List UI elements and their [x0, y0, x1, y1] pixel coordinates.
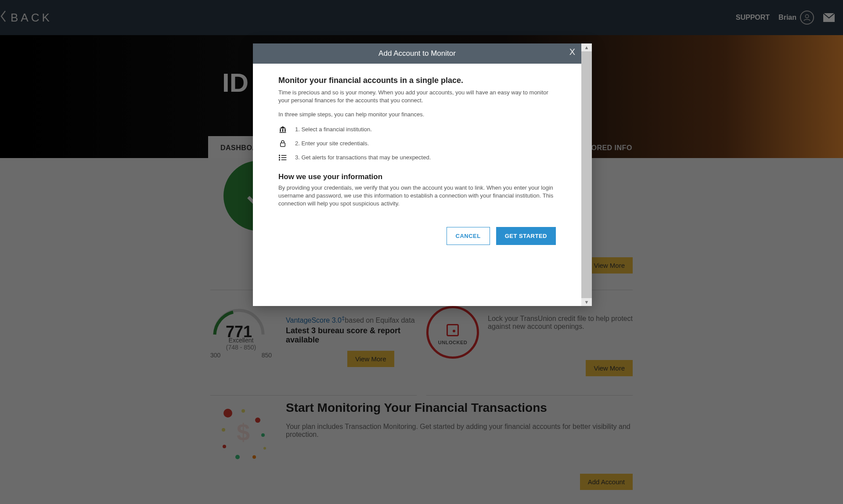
svg-rect-22 — [281, 159, 287, 160]
modal-body: Monitor your financial accounts in a sin… — [253, 64, 581, 214]
step-row: 1. Select a financial institution. — [278, 125, 556, 134]
modal-wrap: Add Account to Monitor X Monitor your fi… — [253, 43, 592, 306]
svg-rect-16 — [281, 143, 285, 146]
scroll-up-icon[interactable]: ▲ — [581, 43, 592, 51]
modal-header: Add Account to Monitor X — [253, 43, 581, 64]
svg-rect-18 — [281, 155, 287, 156]
modal-scrollbar[interactable]: ▲ ▼ — [581, 43, 592, 306]
step-1-text: 1. Select a financial institution. — [295, 126, 372, 133]
how-we-use-body: By providing your credentials, we verify… — [278, 184, 556, 208]
modal-actions: CANCEL GET STARTED — [253, 214, 581, 245]
close-icon[interactable]: X — [569, 47, 575, 57]
bank-icon — [278, 125, 287, 134]
modal-intro: Time is precious and so is your money. W… — [278, 89, 556, 104]
scroll-down-icon[interactable]: ▼ — [581, 298, 592, 306]
svg-rect-12 — [280, 129, 281, 132]
modal-heading: Monitor your financial accounts in a sin… — [278, 76, 556, 85]
svg-point-21 — [279, 159, 280, 160]
list-icon — [278, 153, 287, 162]
add-account-modal: Add Account to Monitor X Monitor your fi… — [253, 43, 581, 306]
cancel-button[interactable]: CANCEL — [447, 227, 490, 245]
lock-icon — [278, 139, 287, 148]
scroll-track[interactable] — [581, 51, 592, 298]
step-2-text: 2. Enter your site credentials. — [295, 140, 369, 147]
svg-rect-20 — [281, 157, 287, 158]
modal-steps-intro: In three simple steps, you can help moni… — [278, 111, 556, 119]
step-row: 2. Enter your site credentials. — [278, 139, 556, 148]
get-started-button[interactable]: GET STARTED — [496, 227, 556, 245]
svg-point-17 — [279, 155, 280, 156]
step-row: 3. Get alerts for transactions that may … — [278, 153, 556, 162]
step-3-text: 3. Get alerts for transactions that may … — [295, 154, 431, 161]
scroll-thumb[interactable] — [581, 51, 592, 298]
svg-rect-14 — [285, 129, 286, 132]
svg-rect-13 — [282, 129, 284, 132]
svg-rect-15 — [280, 132, 286, 133]
modal-title: Add Account to Monitor — [378, 49, 456, 58]
svg-point-19 — [279, 157, 280, 158]
how-we-use-title: How we use your information — [278, 173, 556, 181]
